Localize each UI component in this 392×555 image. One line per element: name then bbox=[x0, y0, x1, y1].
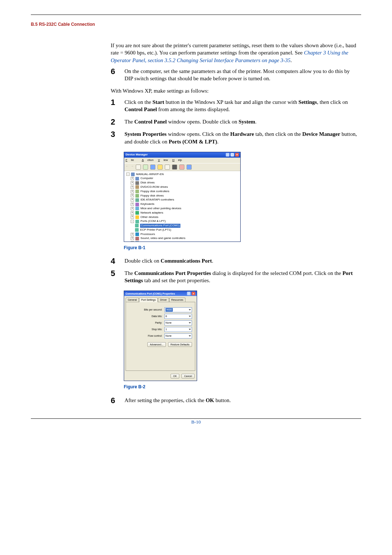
device-category-icon bbox=[135, 211, 139, 215]
cancel-button[interactable]: Cancel bbox=[181, 374, 195, 378]
tree-node-label: Sound, video and game controllers bbox=[140, 236, 185, 240]
select-bps[interactable]: 9600 bbox=[164, 307, 192, 312]
select-flow[interactable]: None bbox=[164, 333, 192, 339]
dialog-buttons: OK Cancel bbox=[124, 372, 197, 381]
advanced-button[interactable]: Advanced... bbox=[147, 342, 166, 347]
tree-node[interactable]: +DVD/CD-ROM drives bbox=[131, 185, 238, 190]
help-icon[interactable]: ? bbox=[187, 292, 191, 295]
expander-icon[interactable]: + bbox=[131, 237, 134, 240]
tree-node[interactable]: +Keyboards bbox=[131, 202, 238, 207]
expander-icon[interactable]: - bbox=[126, 173, 130, 176]
label-flow: Flow control: bbox=[133, 334, 162, 337]
bold-term: Control Panel bbox=[134, 119, 167, 125]
toolbar-icon-3[interactable] bbox=[187, 165, 192, 170]
back-icon[interactable]: ← bbox=[126, 165, 128, 170]
substeps-c: 6After setting the properties, click the… bbox=[111, 397, 358, 404]
close-icon[interactable]: × bbox=[192, 292, 195, 295]
forward-icon[interactable]: → bbox=[131, 165, 134, 170]
ports-icon bbox=[135, 220, 139, 223]
row-parity: Parity: None bbox=[129, 320, 192, 325]
step-text: dialog is displayed for the selected COM… bbox=[211, 270, 342, 276]
tree-node[interactable]: +Network adapters bbox=[131, 211, 238, 215]
devmgr-menubar: File Action View Help bbox=[124, 158, 240, 163]
tree-node[interactable]: +System devices bbox=[131, 241, 238, 241]
minimize-icon[interactable]: – bbox=[226, 153, 229, 157]
maximize-icon[interactable]: ▢ bbox=[230, 153, 234, 157]
device-category-icon bbox=[135, 207, 139, 210]
step-number: 6 bbox=[111, 395, 115, 406]
select-stopbits[interactable]: 1 bbox=[164, 327, 192, 332]
tree-node[interactable]: +Floppy disk controllers bbox=[131, 190, 238, 194]
expander-icon[interactable]: + bbox=[131, 215, 134, 219]
tree-com1[interactable]: Communications Port (COM1) bbox=[135, 224, 238, 228]
tree-node-label: Network adapters bbox=[140, 211, 163, 215]
menu-action[interactable]: Action bbox=[142, 158, 154, 162]
menu-help[interactable]: Help bbox=[172, 158, 182, 162]
expander-icon[interactable]: + bbox=[131, 186, 134, 189]
expander-icon[interactable]: + bbox=[131, 233, 134, 236]
expander-icon[interactable]: - bbox=[131, 220, 134, 223]
select-parity[interactable]: None bbox=[164, 320, 192, 325]
select-databits[interactable]: 8 bbox=[164, 314, 192, 319]
show-hidden-icon[interactable] bbox=[165, 165, 170, 170]
menu-file[interactable]: File bbox=[126, 158, 138, 162]
chevron-down-icon bbox=[189, 309, 191, 311]
tree-node[interactable]: +Other devices bbox=[131, 215, 238, 220]
devmgr-toolbar: ← → bbox=[124, 163, 240, 171]
outer-steps: 6 On the computer, set the same paramete… bbox=[111, 68, 358, 82]
comprops-titlebar: Communications Port (COM1) Properties ? … bbox=[124, 291, 197, 296]
substep-2: 2The Control Panel window opens. Double … bbox=[111, 118, 358, 125]
properties-icon[interactable] bbox=[136, 165, 141, 170]
expander-icon[interactable]: + bbox=[131, 207, 134, 210]
tree-node[interactable]: +Mice and other pointing devices bbox=[131, 207, 238, 211]
bold-term: Start bbox=[152, 99, 164, 105]
tree-node[interactable]: +Floppy disk drives bbox=[131, 194, 238, 198]
expander-icon[interactable]: + bbox=[131, 211, 134, 215]
bold-term: Device Manager bbox=[302, 131, 340, 137]
expander-icon[interactable]: + bbox=[131, 194, 134, 197]
device-category-icon bbox=[135, 232, 139, 236]
tree-com1-label-selected: Communications Port (COM1) bbox=[140, 224, 180, 228]
tree-node[interactable]: +Disk drives bbox=[131, 181, 238, 185]
tree-node[interactable]: +Processors bbox=[131, 232, 238, 237]
update-driver-icon[interactable] bbox=[150, 165, 155, 170]
tree-ports[interactable]: - Ports (COM & LPT) bbox=[131, 219, 238, 224]
tree-node-label: DVD/CD-ROM drives bbox=[140, 185, 168, 189]
uninstall-icon[interactable] bbox=[158, 165, 163, 170]
label-stopbits: Stop bits: bbox=[133, 328, 162, 331]
expander-icon[interactable]: + bbox=[131, 177, 134, 180]
step-text: The bbox=[124, 270, 134, 276]
bold-term: System bbox=[238, 119, 255, 125]
step-text: window opens. Double click on bbox=[167, 119, 238, 125]
devmgr-title: Device Manager bbox=[126, 153, 148, 157]
expander-icon[interactable]: + bbox=[131, 181, 134, 185]
tree-node[interactable]: +Computer bbox=[131, 177, 238, 181]
top-rule bbox=[31, 15, 361, 15]
expander-icon[interactable]: + bbox=[131, 203, 134, 206]
device-category-icon bbox=[135, 177, 139, 181]
tree-node[interactable]: +IDE ATA/ATAPI controllers bbox=[131, 198, 238, 202]
expander-icon[interactable]: + bbox=[131, 198, 134, 202]
tab-port-settings[interactable]: Port Settings bbox=[139, 297, 158, 302]
expander-icon[interactable]: + bbox=[131, 190, 134, 193]
restore-defaults-button[interactable]: Restore Defaults bbox=[168, 342, 192, 347]
device-category-icon bbox=[135, 241, 139, 242]
menu-view[interactable]: View bbox=[158, 158, 168, 162]
device-category-icon bbox=[135, 198, 139, 202]
ok-button[interactable]: OK bbox=[171, 374, 179, 378]
tree-node-label: Floppy disk drives bbox=[140, 194, 164, 198]
device-manager-window: Device Manager – ▢ × File Action View He… bbox=[124, 152, 241, 242]
bold-term: Hardware bbox=[230, 131, 254, 137]
chevron-down-icon bbox=[189, 329, 191, 330]
figure-b1: Device Manager – ▢ × File Action View He… bbox=[111, 152, 358, 251]
scan-hardware-icon[interactable] bbox=[143, 165, 148, 170]
substep-5: 5The Communications Port Properties dial… bbox=[111, 270, 358, 284]
close-icon[interactable]: × bbox=[235, 153, 239, 157]
com-properties-dialog: Communications Port (COM1) Properties ? … bbox=[124, 291, 197, 381]
tree-lpt1[interactable]: ECP Printer Port (LPT1) bbox=[135, 228, 238, 232]
toolbar-icon-2[interactable] bbox=[179, 165, 184, 170]
tree-node[interactable]: +Sound, video and game controllers bbox=[131, 236, 238, 241]
tree-root[interactable]: - MANUAL-WINXP-EN bbox=[126, 173, 238, 177]
outer-step-6-text: On the computer, set the same parameters… bbox=[124, 68, 350, 81]
toolbar-icon-1[interactable] bbox=[172, 165, 177, 170]
